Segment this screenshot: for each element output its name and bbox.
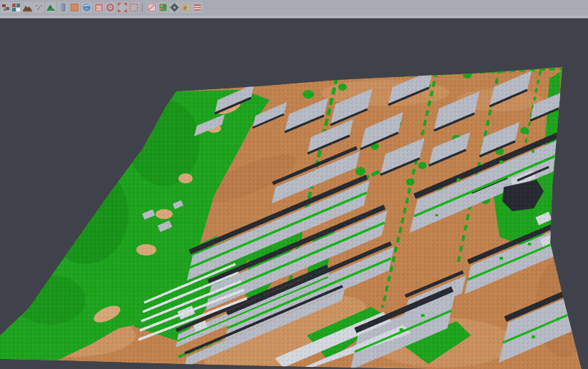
gear-icon[interactable] xyxy=(169,2,180,13)
vegetation-icon[interactable] xyxy=(46,2,56,13)
toolbar-separator xyxy=(142,3,143,12)
pink-region-icon[interactable] xyxy=(146,2,157,13)
globe-icon[interactable] xyxy=(81,2,92,13)
notes-icon[interactable] xyxy=(181,2,191,13)
point-cloud-view[interactable] xyxy=(0,0,588,369)
register-pair-icon[interactable] xyxy=(11,2,21,13)
anchor-points-icon[interactable] xyxy=(1,2,11,13)
red-list-icon[interactable] xyxy=(93,2,104,13)
striped-red-icon[interactable] xyxy=(192,2,203,13)
terrain-icon[interactable] xyxy=(22,2,33,13)
main-toolbar xyxy=(0,0,588,18)
dashed-frame-icon[interactable] xyxy=(128,2,139,13)
crop-frame-icon[interactable] xyxy=(117,2,128,13)
classified-map-icon[interactable] xyxy=(158,2,168,13)
ortho-image-icon[interactable] xyxy=(69,2,80,13)
sparse-points-icon[interactable] xyxy=(34,2,44,13)
application-window xyxy=(0,0,588,369)
red-ring-icon[interactable] xyxy=(105,2,116,13)
pillar-icon[interactable] xyxy=(58,2,69,13)
viewport-3d[interactable] xyxy=(0,0,588,369)
